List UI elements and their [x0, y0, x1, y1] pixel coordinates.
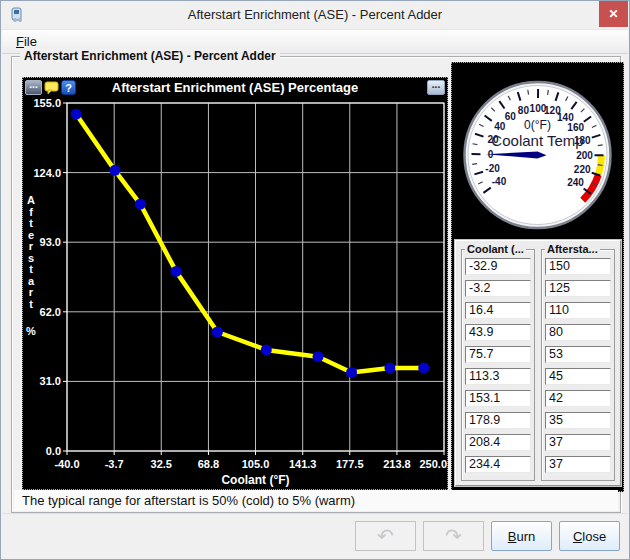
table-cell-input[interactable]: 110 — [545, 302, 611, 319]
close-button[interactable]: ✕ — [599, 1, 628, 27]
table-cell-input[interactable]: 75.7 — [465, 346, 531, 363]
svg-text:60: 60 — [505, 111, 517, 122]
svg-text:62.0: 62.0 — [40, 306, 61, 318]
redo-button[interactable]: ↷ — [423, 521, 484, 551]
undo-icon: ↶ — [377, 525, 394, 547]
svg-text:32.5: 32.5 — [151, 458, 172, 470]
table-cell-input[interactable]: 150 — [545, 258, 611, 275]
groupbox-title: Afterstart Enrichment (ASE) - Percent Ad… — [20, 49, 280, 63]
close-icon: ✕ — [608, 7, 618, 21]
svg-text:s: s — [28, 252, 34, 264]
svg-text:220: 220 — [574, 164, 591, 175]
table-cell-input[interactable]: 80 — [545, 324, 611, 341]
table-cell-input[interactable]: -3.2 — [465, 280, 531, 297]
svg-text:141.3: 141.3 — [289, 458, 317, 470]
chart-panel[interactable]: ... ? Afterstart Enrichment (ASE) Percen… — [22, 77, 448, 490]
table-cell-input[interactable]: 37 — [545, 456, 611, 473]
svg-text:a: a — [28, 275, 35, 287]
svg-text:Coolant (°F): Coolant (°F) — [221, 473, 289, 487]
table-cell-input[interactable]: 113.3 — [465, 368, 531, 385]
table-cell-input[interactable]: 45 — [545, 368, 611, 385]
table-cell-input[interactable]: 42 — [545, 390, 611, 407]
table-column-header: Coolant (... — [465, 243, 526, 255]
chart-title: Afterstart Enrichment (ASE) Percentage — [23, 78, 447, 98]
status-text: The typical range for afterstart is 50% … — [14, 490, 618, 511]
title-bar[interactable]: Afterstart Enrichment (ASE) - Percent Ad… — [1, 1, 629, 29]
svg-text:-20: -20 — [485, 163, 500, 174]
data-point[interactable] — [171, 266, 182, 277]
table-cell-input[interactable]: -32.9 — [465, 258, 531, 275]
svg-text:40: 40 — [494, 121, 506, 132]
data-point[interactable] — [212, 327, 223, 338]
svg-text:80: 80 — [518, 105, 530, 116]
svg-text:105.0: 105.0 — [242, 458, 270, 470]
svg-text:%: % — [26, 325, 36, 337]
gauge-value: 0(°F) — [524, 118, 551, 132]
window-title: Afterstart Enrichment (ASE) - Percent Ad… — [1, 1, 629, 29]
undo-button[interactable]: ↶ — [355, 521, 416, 551]
data-point[interactable] — [135, 199, 146, 210]
svg-text:250.0: 250.0 — [419, 458, 447, 470]
main-groupbox: Afterstart Enrichment (ASE) - Percent Ad… — [11, 56, 621, 513]
curve-table: Coolant (... -32.9-3.216.443.975.7113.31… — [455, 240, 621, 486]
close-dialog-button[interactable]: Close — [559, 521, 620, 551]
data-point[interactable] — [384, 362, 395, 373]
svg-text:68.8: 68.8 — [198, 458, 219, 470]
svg-text:r: r — [29, 240, 34, 252]
table-cell-input[interactable]: 234.4 — [465, 456, 531, 473]
svg-text:t: t — [29, 298, 33, 310]
table-cell-input[interactable]: 153.1 — [465, 390, 531, 407]
table-cell-input[interactable]: 43.9 — [465, 324, 531, 341]
data-point[interactable] — [109, 165, 120, 176]
data-point[interactable] — [71, 109, 82, 120]
svg-text:-40.0: -40.0 — [54, 458, 79, 470]
redo-icon: ↷ — [445, 525, 462, 547]
help-icon[interactable]: ? — [61, 80, 76, 95]
button-bar: ↶ ↷ Burn Close — [2, 513, 628, 558]
data-point[interactable] — [313, 351, 324, 362]
table-cell-input[interactable]: 16.4 — [465, 302, 531, 319]
chart-header: ... ? Afterstart Enrichment (ASE) Percen… — [23, 78, 447, 98]
chart-options-button[interactable]: ... — [25, 80, 42, 95]
svg-text:177.5: 177.5 — [336, 458, 364, 470]
svg-text:-3.7: -3.7 — [105, 458, 124, 470]
table-column-afterstart: Aftersta... 15012511080534542353737 — [541, 249, 615, 481]
chart-more-button[interactable]: ... — [427, 80, 445, 95]
svg-text:f: f — [29, 206, 33, 218]
table-cell-input[interactable]: 53 — [545, 346, 611, 363]
dialog-window: Afterstart Enrichment (ASE) - Percent Ad… — [0, 0, 630, 560]
svg-text:A: A — [27, 194, 35, 206]
coolant-temp-gauge: -40-200204060801001201401601802002202400… — [452, 63, 623, 239]
svg-text:31.0: 31.0 — [40, 375, 61, 387]
table-cell-input[interactable]: 35 — [545, 412, 611, 429]
burn-button[interactable]: Burn — [491, 521, 552, 551]
svg-text:t: t — [29, 263, 33, 275]
gauge-title: Coolant Temp — [491, 132, 583, 149]
svg-text:-40: -40 — [492, 176, 507, 187]
svg-text:200: 200 — [576, 150, 593, 161]
svg-text:93.0: 93.0 — [40, 236, 61, 248]
table-cell-input[interactable]: 37 — [545, 434, 611, 451]
svg-text:r: r — [29, 286, 34, 298]
comment-icon[interactable] — [44, 80, 59, 99]
table-column-header: Aftersta... — [545, 243, 600, 255]
svg-text:124.0: 124.0 — [33, 167, 61, 179]
table-cell-input[interactable]: 178.9 — [465, 412, 531, 429]
ase-curve-chart[interactable]: -40.0-3.732.568.8105.0141.3177.5213.8250… — [23, 98, 447, 489]
data-point[interactable] — [346, 367, 357, 378]
table-column-coolant: Coolant (... -32.9-3.216.443.975.7113.31… — [461, 249, 535, 481]
data-point[interactable] — [261, 344, 272, 355]
svg-text:t: t — [29, 217, 33, 229]
table-cell-input[interactable]: 208.4 — [465, 434, 531, 451]
svg-text:e: e — [28, 229, 34, 241]
svg-text:0.0: 0.0 — [46, 445, 61, 457]
table-cell-input[interactable]: 125 — [545, 280, 611, 297]
data-point[interactable] — [418, 362, 429, 373]
svg-text:140: 140 — [557, 112, 574, 123]
right-panel: -40-200204060801001201401601802002202400… — [451, 62, 624, 492]
svg-text:213.8: 213.8 — [383, 458, 411, 470]
svg-text:240: 240 — [567, 177, 584, 188]
